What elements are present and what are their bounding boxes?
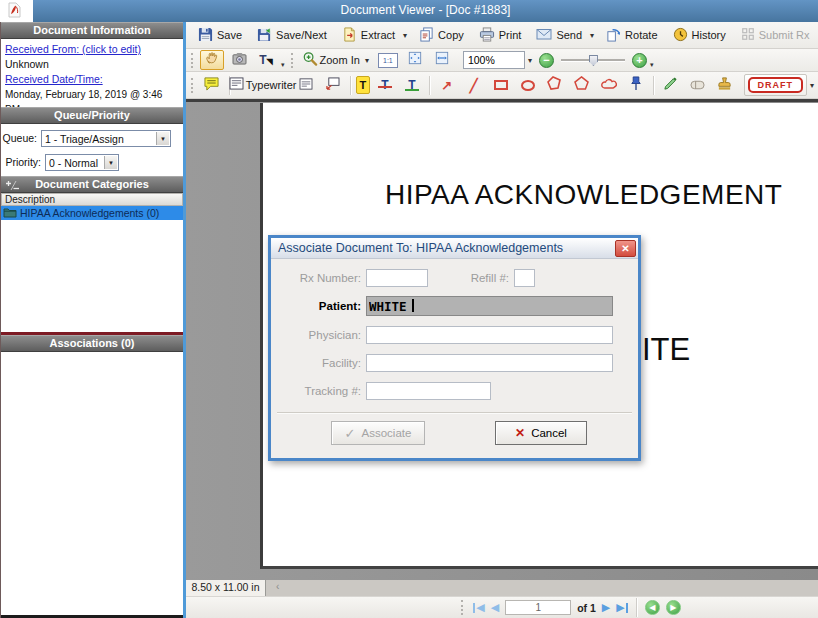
zoom-slider-thumb[interactable]	[589, 55, 598, 66]
extract-dropdown-icon[interactable]: ▾	[403, 31, 411, 40]
send-dropdown-icon[interactable]: ▾	[590, 31, 598, 40]
rx-number-field[interactable]	[366, 269, 428, 287]
submit-rx-button: Submit Rx	[734, 24, 817, 46]
document-categories-header: Document Categories	[1, 176, 183, 193]
physician-field[interactable]	[366, 326, 613, 344]
cloud-tool-button[interactable]	[597, 75, 621, 95]
zoom-out-minus-button[interactable]: −	[539, 53, 554, 68]
zoom-options-dropdown-icon[interactable]: ▾	[650, 61, 654, 69]
print-button[interactable]: Print	[472, 24, 529, 47]
received-date-link[interactable]: Received Date/Time:	[5, 72, 179, 87]
refill-field[interactable]	[514, 269, 535, 287]
toolbar-document-actions: Save Save/Next Extract ▾ Copy Print Sen	[186, 22, 818, 49]
patient-field[interactable]	[366, 296, 613, 316]
zoom-level-combo[interactable]: 100%	[463, 51, 525, 69]
arrow-tool-button[interactable]: ↗	[435, 75, 459, 95]
callout-tool-button[interactable]	[321, 75, 345, 95]
strikethrough-text-tool-button[interactable]: T	[373, 75, 397, 95]
copy-button[interactable]: Copy	[412, 24, 471, 47]
toolbar-drag-handle[interactable]	[291, 53, 295, 68]
typewriter-label: Typewriter	[246, 79, 297, 91]
save-button[interactable]: Save	[191, 24, 249, 47]
marker-icon	[663, 76, 678, 95]
save-label: Save	[217, 29, 242, 41]
marker-tool-button[interactable]	[659, 75, 683, 95]
queue-dropdown-arrow-icon[interactable]: ▼	[156, 132, 169, 145]
zoom-mode-dropdown-icon[interactable]: ▾	[365, 56, 373, 65]
next-page-button[interactable]: ▶	[602, 602, 610, 613]
dialog-close-button[interactable]: ✕	[615, 240, 636, 257]
history-back-button[interactable]: ◀	[645, 600, 660, 615]
line-tool-button[interactable]: ╱	[462, 75, 486, 95]
highlight-text-tool-button[interactable]: T	[356, 76, 370, 94]
sticky-note-tool-button[interactable]	[200, 75, 224, 95]
priority-label: Priority:	[1, 156, 41, 168]
fit-page-button[interactable]	[403, 50, 427, 70]
stamp-dropdown-icon[interactable]: ▾	[810, 81, 818, 90]
ellipse-tool-button[interactable]	[516, 75, 540, 95]
extract-button[interactable]: Extract	[335, 24, 402, 47]
text-box-icon	[299, 76, 313, 94]
stamp-icon	[717, 76, 732, 95]
zoom-level-dropdown-icon[interactable]: ▾	[528, 56, 536, 65]
category-item-hipaa[interactable]: HIPAA Acknowledgements (0)	[1, 206, 183, 220]
pushpin-icon	[630, 76, 642, 95]
facility-field[interactable]	[366, 354, 613, 372]
tab-scroll-left-icon[interactable]: ‹	[276, 581, 279, 592]
zoom-in-button[interactable]: Zoom In	[300, 50, 362, 70]
priority-dropdown-arrow-icon[interactable]: ▼	[104, 156, 117, 169]
fit-width-icon	[434, 51, 450, 69]
last-page-icon	[626, 603, 628, 613]
tracking-field[interactable]	[366, 382, 491, 400]
text-box-tool-button[interactable]	[294, 75, 318, 95]
priority-dropdown[interactable]: 0 - Normal ▼	[45, 154, 119, 171]
document-viewer-canvas[interactable]: HIPAA ACKNOWLEDGEMENT ITE Associate Docu…	[186, 99, 818, 580]
description-column-header[interactable]: Description	[1, 193, 183, 206]
previous-page-button[interactable]: ◀	[491, 602, 499, 613]
history-forward-button[interactable]: ▶	[666, 600, 681, 615]
polygon-icon	[547, 76, 562, 94]
received-from-value: Unknown	[5, 57, 179, 72]
received-from-link[interactable]: Received From: (click to edit)	[5, 42, 179, 57]
page-number-input[interactable]	[505, 600, 571, 615]
history-button[interactable]: History	[666, 24, 733, 47]
underline-text-tool-button[interactable]: T	[400, 75, 424, 95]
last-page-button[interactable]: ▶	[616, 602, 627, 613]
queue-dropdown[interactable]: 1 - Triage/Assign ▼	[41, 130, 171, 147]
stamp-tool-button[interactable]	[713, 75, 737, 95]
toolbar-drag-handle[interactable]	[191, 78, 195, 93]
pushpin-tool-button[interactable]	[624, 75, 648, 95]
zoom-slider[interactable]	[561, 52, 625, 68]
first-page-button[interactable]: ◀	[473, 602, 484, 613]
cancel-button[interactable]: ✕ Cancel	[495, 421, 587, 445]
draft-stamp-button[interactable]: DRAFT	[744, 74, 808, 96]
fit-page-icon	[407, 51, 423, 69]
zoom-in-label: Zoom In	[320, 54, 360, 66]
rectangle-tool-button[interactable]	[489, 75, 513, 95]
eraser-tool-button[interactable]	[686, 75, 710, 95]
eraser-icon	[690, 76, 705, 94]
text-select-tool-button[interactable]: T◥	[254, 50, 278, 70]
patient-field-wrapper	[366, 296, 613, 316]
toolbar-drag-handle[interactable]	[191, 53, 195, 68]
zoom-level-value: 100%	[464, 52, 524, 66]
navbar-drag-handle[interactable]	[461, 600, 465, 615]
actual-size-button[interactable]: 1:1	[376, 50, 400, 70]
tool-options-dropdown-icon[interactable]: ▾	[281, 61, 285, 69]
pan-tool-button[interactable]	[200, 50, 224, 70]
pentagon-icon	[574, 76, 589, 94]
page-heading-text: HIPAA ACKNOWLEDGEMENT	[385, 179, 782, 211]
hand-icon	[205, 51, 219, 69]
snapshot-tool-button[interactable]	[227, 50, 251, 70]
rotate-button[interactable]: Rotate	[599, 24, 664, 47]
save-icon	[198, 27, 213, 44]
save-next-button[interactable]: Save/Next	[250, 24, 334, 47]
cancel-x-icon: ✕	[515, 426, 525, 440]
fit-width-button[interactable]	[430, 50, 454, 70]
history-icon	[673, 27, 688, 44]
polygon-tool-button[interactable]	[543, 75, 567, 95]
send-button[interactable]: Send	[529, 24, 589, 46]
pentagon-tool-button[interactable]	[570, 75, 594, 95]
typewriter-tool-button[interactable]: Typewriter	[234, 75, 290, 95]
zoom-in-plus-button[interactable]: +	[632, 53, 647, 68]
